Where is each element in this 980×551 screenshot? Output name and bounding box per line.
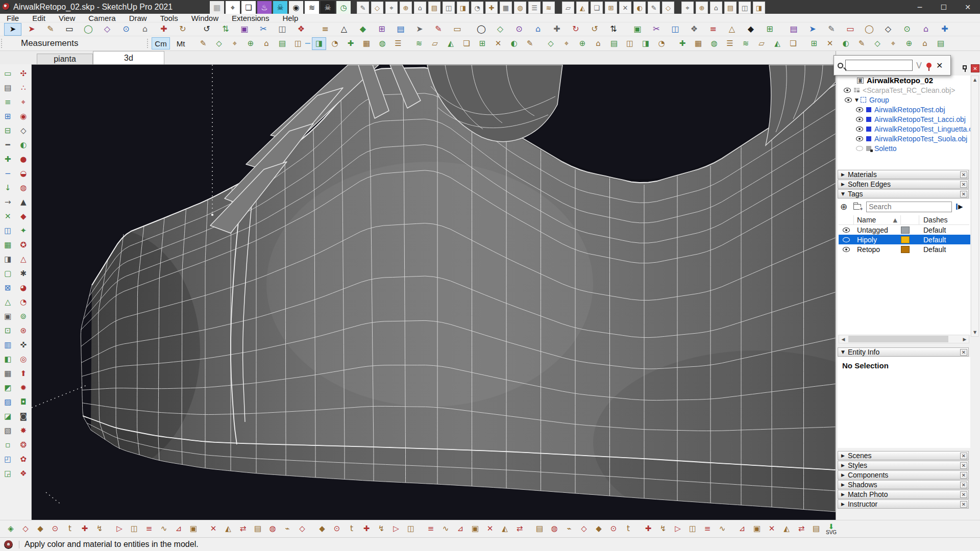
minimize-button[interactable]: ─ [908,0,932,14]
menu-item-camera[interactable]: Camera [82,14,122,22]
palette-tool-icon[interactable]: ✱ [17,267,30,280]
toolbar-icon[interactable]: ⌖ [681,2,694,14]
palette-tool-icon[interactable]: ◰ [2,453,14,465]
palette-tool-icon[interactable]: ▦ [2,367,14,380]
toolbar-icon[interactable]: ◇ [879,23,897,36]
toolbar-icon[interactable]: ✎ [823,23,840,36]
toolbar-icon[interactable]: ✚ [344,37,358,50]
viewport-canvas[interactable] [32,64,836,520]
toolbar-icon[interactable]: ☰ [723,37,737,50]
menu-item-extensions[interactable]: Extensions [225,14,276,22]
toolbar-icon[interactable]: ▣ [236,23,253,36]
toolbar-icon[interactable]: ✎ [42,23,59,36]
scroll-right-icon[interactable]: ▶ [961,337,969,342]
palette-tool-icon[interactable]: ▥ [2,339,14,351]
toolbar-icon[interactable]: ❖ [292,23,310,36]
toolbar-icon[interactable]: ◫ [623,37,637,50]
palette-tool-icon[interactable]: ◍ [17,182,30,194]
toolbar-icon[interactable]: ✕ [483,522,497,536]
toolbar-icon[interactable]: ✚ [360,522,373,536]
panel-header-match-photo[interactable]: ▶Match Photo✕ [838,490,969,499]
toolbar-icon[interactable]: ▭ [61,23,78,36]
maximize-button[interactable]: ☐ [932,0,955,14]
palette-tool-icon[interactable]: ━ [2,139,14,151]
palette-tool-icon[interactable]: ⊞ [2,110,14,122]
toolbar-icon[interactable]: ✎ [430,23,447,36]
toolbar-icon[interactable]: ▤ [724,2,737,14]
visibility-eye-icon[interactable] [853,117,866,122]
toolbar-icon[interactable]: ◇ [99,23,116,36]
toolbar-icon[interactable]: ▤ [533,522,546,536]
toolbar-icon[interactable]: ⊙ [330,522,344,536]
toolbar-icon[interactable]: ▣ [750,522,764,536]
toolbar-icon[interactable]: ✚ [485,2,498,14]
toolbar-icon[interactable]: ◨ [753,2,765,14]
panel-close-icon[interactable]: ✕ [960,349,967,356]
toolbar-icon[interactable]: t [63,522,77,536]
toolbar-icon[interactable]: ◍ [548,522,561,536]
toolbar-icon[interactable]: ◨ [312,37,326,50]
toolbar-icon[interactable]: ◯ [861,23,878,36]
panel-close-icon[interactable]: ✕ [960,462,967,469]
toolbar-icon[interactable]: ◆ [592,522,605,536]
scroll-left-icon[interactable]: ◀ [839,337,847,342]
toolbar-icon[interactable]: ⌂ [591,37,605,50]
toolbar-icon[interactable]: ☰ [528,2,541,14]
toolbar-icon[interactable]: ⌖ [385,2,398,14]
palette-tool-icon[interactable]: ◧ [2,353,14,365]
toolbar-icon[interactable]: ↻ [174,23,191,36]
toolbar-icon[interactable]: ⌂ [529,23,547,36]
toolbar-icon[interactable]: ✕ [765,522,778,536]
palette-tool-icon[interactable]: ▣ [2,310,14,322]
menu-item-view[interactable]: View [52,14,82,22]
toolbar-icon[interactable]: ✎ [648,2,660,14]
toolbar-icon[interactable]: ❖ [685,23,703,36]
visibility-eye-icon[interactable] [842,97,855,103]
panel-header-components[interactable]: ▶Components✕ [838,470,969,480]
toolbar-icon[interactable]: ✚ [936,23,953,36]
toolbar-icon[interactable]: ⌂ [917,23,935,36]
panel-close-icon[interactable]: ✕ [960,482,967,488]
unit-mt-button[interactable]: Mt [172,37,190,49]
toolbar-icon[interactable]: ✕ [823,37,837,50]
panel-close-icon[interactable]: ✕ [960,181,967,188]
menu-item-file[interactable]: File [0,14,26,22]
toolbar-icon[interactable]: ✎ [196,37,210,50]
toolbar-icon[interactable]: ◇ [296,522,309,536]
tree-item[interactable]: <ScarpaTest_RC_Clean.obj> [838,85,970,95]
tree-item[interactable]: AirwalkRetopoTest_Linguetta.obj [838,124,970,134]
eye-icon[interactable]: ◉ [289,1,303,15]
toolbar-icon[interactable]: ❏ [459,37,474,50]
toolbar-icon[interactable]: ◇ [371,2,383,14]
toolbar-icon[interactable]: ▭ [449,23,466,36]
toolbar-icon[interactable]: ◭ [498,522,511,536]
toolbar-icon[interactable]: ▤ [251,522,264,536]
toolbar-icon[interactable]: ◫ [404,522,418,536]
toolbar-icon[interactable]: ✕ [619,2,631,14]
toolbar-icon[interactable]: ▷ [389,522,403,536]
vertical-scrollbar[interactable]: ▲ ▼ [971,76,979,337]
toolbar-icon[interactable]: ▤ [785,23,802,36]
palette-tool-icon[interactable]: ✪ [17,239,30,251]
tree-item[interactable]: AirwalkRetopoTest_Suola.obj [838,134,970,143]
toolbar-icon[interactable]: ≋ [412,37,426,50]
toolbar-icon[interactable]: ▤ [392,23,409,36]
palette-tool-icon[interactable]: ◪ [2,410,14,422]
toolbar-icon[interactable]: ⊙ [607,522,620,536]
toolbar-icon[interactable]: ⇄ [795,522,808,536]
visibility-eye-icon[interactable] [841,88,854,93]
toolbar-icon[interactable]: ⊕ [400,2,412,14]
toolbar-icon[interactable]: ≡ [704,23,722,36]
palette-tool-icon[interactable]: ◩ [2,382,14,394]
toolbar-icon[interactable]: ◐ [633,2,646,14]
toolbar-icon[interactable]: ◯ [80,23,97,36]
toolbar-icon[interactable]: ✚ [675,37,690,50]
toolbar-icon[interactable]: ⇅ [605,23,622,36]
toolbar-icon[interactable]: ⌖ [886,37,900,50]
toolbar-icon[interactable]: ◭ [780,522,793,536]
toolbar-icon[interactable]: ⊞ [605,2,617,14]
soften-edges-panel-header[interactable]: ▶ Soften Edges ✕ [838,180,969,189]
toolbar-icon[interactable]: ◔ [328,37,342,50]
toolbar-icon[interactable]: ∿ [439,522,452,536]
panel-header-shadows[interactable]: ▶Shadows✕ [838,480,969,489]
